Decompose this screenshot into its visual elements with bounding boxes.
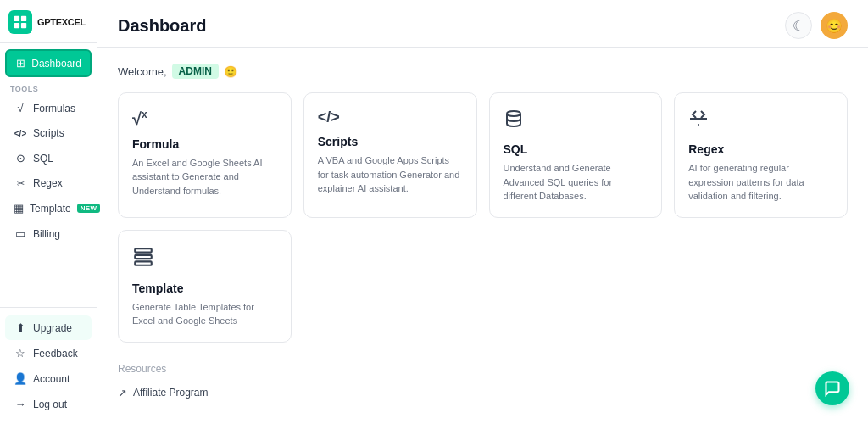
formulas-icon: √ [14,102,27,114]
sidebar-item-regex[interactable]: ✂ Regex [5,171,92,195]
regex-card[interactable]: Regex AI for generating regular expressi… [674,92,848,218]
sidebar-item-sql[interactable]: ⊙ SQL [5,146,92,170]
logo-icon [8,10,32,34]
welcome-prefix: Welcome, [118,65,167,78]
template-card[interactable]: Template Generate Table Templates for Ex… [118,230,292,343]
affiliate-icon: ↗ [118,387,127,399]
sql-card-desc: Understand and Generate Advanced SQL que… [504,161,648,204]
dashboard-icon: ⊞ [15,57,25,70]
affiliate-program-link[interactable]: ↗ Affiliate Program [118,383,848,403]
sidebar-item-label: Regex [33,177,63,189]
formula-card-desc: An Excel and Google Sheets AI assistant … [132,156,277,198]
sidebar-item-label: Billing [33,228,60,240]
svg-rect-3 [21,23,26,28]
welcome-emoji: 🙂 [224,65,237,78]
upgrade-icon: ⬆ [14,321,27,334]
logo-text: GPTEXCEL [37,17,86,27]
avatar-emoji: 😊 [826,18,843,34]
sql-icon: ⊙ [14,152,27,165]
sidebar-item-billing[interactable]: ▭ Billing [5,221,92,246]
template-card-desc: Generate Table Templates for Excel and G… [132,300,277,328]
regex-card-title: Regex [688,142,833,156]
feedback-icon: ☆ [14,347,27,360]
sidebar-item-label: Template [30,203,71,215]
sidebar-item-label: Upgrade [33,322,72,334]
sidebar-item-formulas[interactable]: √ Formulas [5,96,92,120]
svg-rect-7 [135,254,152,258]
main-content: Dashboard ☾ 😊 Welcome, ADMIN 🙂 √x Formul… [97,0,868,424]
formula-card-icon: √x [132,109,277,129]
regex-icon: ✂ [14,178,27,189]
sql-card[interactable]: SQL Understand and Generate Advanced SQL… [489,92,663,218]
sidebar-item-label: Formulas [33,103,75,114]
template-cards-grid: Template Generate Table Templates for Ex… [118,230,848,343]
welcome-row: Welcome, ADMIN 🙂 [118,64,848,79]
scripts-card[interactable]: </> Scripts A VBA and Google Apps Script… [303,92,477,218]
template-badge: NEW [77,204,101,213]
svg-rect-6 [135,248,152,252]
sidebar-item-label: Feedback [33,348,78,360]
formula-card-title: Formula [132,137,277,151]
svg-rect-0 [14,16,19,21]
billing-icon: ▭ [14,227,27,240]
scripts-card-desc: A VBA and Google Apps Scripts for task a… [318,153,463,196]
sidebar-item-dashboard[interactable]: ⊞ Dashboard [5,49,92,77]
scripts-icon: </> [14,129,27,138]
template-icon: ▦ [14,202,24,215]
sidebar-item-account[interactable]: 👤 Account [5,366,92,391]
sidebar-logo[interactable]: GPTEXCEL [0,0,97,43]
sidebar-bottom: ⬆ Upgrade ☆ Feedback 👤 Account → Log out [0,307,97,424]
resources-label: Resources [118,363,848,375]
affiliate-label: Affiliate Program [133,387,208,399]
svg-rect-8 [135,261,152,265]
page-title: Dashboard [118,16,206,36]
dark-mode-button[interactable]: ☾ [785,12,812,39]
topbar-actions: ☾ 😊 [785,12,848,39]
sidebar-item-label: Account [33,373,70,385]
sql-card-icon [504,109,648,134]
regex-card-desc: AI for generating regular expression pat… [688,161,833,204]
template-card-icon [132,246,277,273]
sidebar-item-scripts[interactable]: </> Scripts [5,121,92,145]
sidebar-item-label: Log out [33,399,67,410]
regex-card-icon [688,109,833,134]
svg-point-4 [507,111,520,116]
dashboard-content: Welcome, ADMIN 🙂 √x Formula An Excel and… [97,48,868,418]
moon-icon: ☾ [793,18,804,34]
sidebar-item-label: SQL [33,153,53,165]
resources-section: Resources ↗ Affiliate Program [118,363,848,403]
scripts-card-icon: </> [318,109,463,126]
sidebar-item-upgrade[interactable]: ⬆ Upgrade [5,315,92,340]
formula-card[interactable]: √x Formula An Excel and Google Sheets AI… [118,92,292,218]
scripts-card-title: Scripts [318,135,463,148]
sidebar-item-label: Dashboard [31,58,81,70]
user-avatar-button[interactable]: 😊 [821,12,848,39]
sidebar-nav: ⊞ Dashboard Tools √ Formulas </> Scripts… [0,43,97,307]
svg-rect-1 [21,16,26,21]
sql-card-title: SQL [504,142,648,156]
sidebar-item-logout[interactable]: → Log out [5,392,92,416]
topbar: Dashboard ☾ 😊 [97,0,868,48]
template-card-title: Template [132,282,277,295]
sidebar-item-feedback[interactable]: ☆ Feedback [5,341,92,365]
welcome-name: ADMIN [172,64,219,79]
svg-rect-2 [14,23,19,28]
sidebar-item-label: Scripts [33,127,64,139]
sidebar-item-template[interactable]: ▦ Template NEW [5,196,92,220]
sidebar-section-tools: Tools [0,78,97,95]
sidebar: GPTEXCEL ⊞ Dashboard Tools √ Formulas </… [0,0,97,424]
chat-fab-button[interactable] [815,371,849,405]
logout-icon: → [14,398,27,410]
tools-cards-grid: √x Formula An Excel and Google Sheets AI… [118,92,848,218]
account-icon: 👤 [14,372,27,385]
